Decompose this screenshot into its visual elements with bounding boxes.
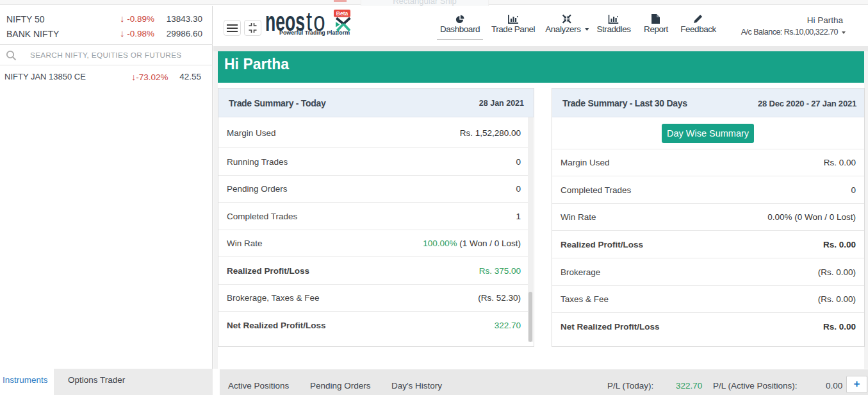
- svg-text:Powerful Trading Platform: Powerful Trading Platform: [279, 30, 350, 36]
- svg-text:Beta: Beta: [336, 10, 348, 17]
